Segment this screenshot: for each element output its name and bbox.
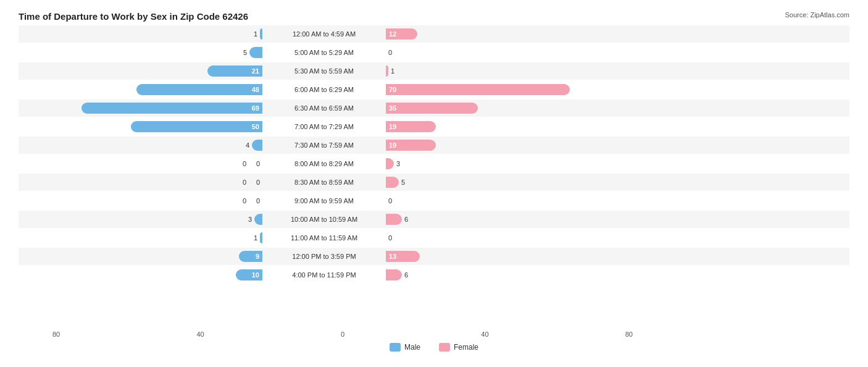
male-bar: 48	[136, 84, 262, 95]
male-value-inside: 21	[252, 67, 262, 75]
bar-left-wrap: 10	[19, 269, 262, 281]
time-label: 5:00 AM to 5:29 AM	[262, 49, 386, 56]
male-value-inside: 69	[252, 104, 262, 112]
female-value-inside: 13	[386, 253, 396, 260]
bar-right-wrap: 0	[386, 197, 630, 205]
bar-right-wrap: 1	[386, 65, 630, 77]
legend-male-box	[390, 343, 401, 352]
time-label: 7:30 AM to 7:59 AM	[262, 141, 386, 149]
chart-row: 912:00 PM to 3:59 PM13	[19, 248, 849, 265]
female-value-inside: 70	[386, 86, 396, 93]
time-label: 6:00 AM to 6:29 AM	[262, 86, 386, 93]
axis-label-80-right: 80	[625, 331, 633, 338]
bar-left-wrap: 5	[19, 47, 262, 58]
female-bar	[386, 158, 394, 169]
bar-left-wrap: 69	[19, 103, 262, 114]
male-bar: 69	[81, 103, 262, 114]
male-value-inside: 9	[256, 253, 262, 260]
time-label: 6:30 AM to 6:59 AM	[262, 104, 386, 112]
male-value-label: 0	[249, 160, 262, 167]
female-value-label: 5	[399, 179, 412, 186]
female-bar: 12	[386, 28, 417, 40]
time-label: 5:30 AM to 5:59 AM	[262, 67, 386, 75]
time-label: 12:00 PM to 3:59 PM	[262, 253, 386, 260]
bar-left-wrap: 00	[19, 179, 262, 186]
male-value-label: 0	[235, 197, 249, 205]
legend-female-label: Female	[454, 343, 478, 352]
male-value-label: 5	[236, 49, 249, 56]
bar-right-wrap: 6	[386, 269, 630, 281]
female-bar: 70	[386, 84, 570, 95]
bar-right-wrap: 70	[386, 84, 630, 95]
bar-right-wrap: 5	[386, 177, 630, 188]
male-value-inside: 50	[252, 123, 262, 130]
legend: Male Female	[19, 343, 849, 352]
bar-right-wrap: 35	[386, 103, 630, 114]
male-bar	[249, 47, 262, 58]
bar-right-wrap: 19	[386, 121, 630, 132]
male-value-label: 0	[249, 197, 262, 205]
time-label: 8:30 AM to 8:59 AM	[262, 179, 386, 186]
male-value-label: 0	[235, 160, 249, 167]
female-value-label: 0	[386, 49, 399, 56]
bar-left-wrap: 00	[19, 160, 262, 167]
female-value-label: 0	[386, 197, 399, 205]
male-bar: 10	[236, 269, 262, 281]
female-bar: 35	[386, 103, 478, 114]
bar-left-wrap: 00	[19, 197, 262, 205]
chart-title: Time of Departure to Work by Sex in Zip …	[19, 11, 849, 22]
legend-male-label: Male	[404, 343, 420, 352]
bar-right-wrap: 13	[386, 251, 630, 262]
chart-row: 215:30 AM to 5:59 AM1	[19, 62, 849, 80]
male-bar	[254, 214, 262, 225]
male-value-label: 1	[246, 30, 260, 38]
axis-label-40-left: 40	[196, 331, 204, 338]
female-bar	[386, 214, 402, 225]
male-value-label: 4	[238, 141, 252, 149]
chart-row: 507:00 AM to 7:29 AM19	[19, 118, 849, 135]
female-bar	[386, 269, 402, 281]
bar-left-wrap: 3	[19, 214, 262, 225]
female-bar: 19	[386, 121, 436, 132]
time-label: 12:00 AM to 4:59 AM	[262, 30, 386, 38]
female-value-label: 6	[402, 271, 415, 279]
chart-row: 008:00 AM to 8:29 AM3	[19, 155, 849, 172]
female-value-inside: 19	[386, 141, 396, 149]
male-value-label: 1	[246, 234, 260, 242]
legend-male: Male	[390, 343, 420, 352]
bar-right-wrap: 19	[386, 140, 630, 151]
axis-row: 80 40 0 40 80	[19, 331, 849, 338]
bar-left-wrap: 21	[19, 65, 262, 77]
female-value-label: 6	[402, 216, 415, 223]
female-value-label: 1	[388, 67, 402, 75]
male-value-inside: 10	[252, 271, 262, 279]
chart-area: 112:00 AM to 4:59 AM1255:00 AM to 5:29 A…	[19, 25, 849, 328]
chart-row: 696:30 AM to 6:59 AM35	[19, 99, 849, 117]
female-value-inside: 19	[386, 123, 396, 130]
bar-right-wrap: 6	[386, 214, 630, 225]
chart-row: 008:30 AM to 8:59 AM5	[19, 174, 849, 191]
female-value-label: 0	[386, 234, 399, 242]
female-value-inside: 35	[386, 104, 396, 112]
axis-label-80-left: 80	[52, 331, 60, 338]
chart-row: 104:00 PM to 11:59 PM6	[19, 266, 849, 284]
male-value-inside: 48	[252, 86, 262, 93]
male-bar	[252, 140, 262, 151]
male-bar	[260, 232, 262, 243]
bar-right-wrap: 12	[386, 28, 630, 40]
chart-container: Time of Departure to Work by Sex in Zip …	[0, 0, 868, 367]
time-label: 4:00 PM to 11:59 PM	[262, 271, 386, 279]
bar-left-wrap: 4	[19, 140, 262, 151]
bar-left-wrap: 1	[19, 232, 262, 243]
time-label: 7:00 AM to 7:29 AM	[262, 123, 386, 130]
bar-left-wrap: 9	[19, 251, 262, 262]
male-value-label: 3	[241, 216, 254, 223]
male-bar: 21	[207, 65, 262, 77]
time-label: 10:00 AM to 10:59 AM	[262, 216, 386, 223]
axis-label-40-right: 40	[481, 331, 488, 338]
female-bar: 13	[386, 251, 420, 262]
male-value-label: 0	[249, 179, 262, 186]
bar-left-wrap: 50	[19, 121, 262, 132]
axis-label-0: 0	[341, 331, 344, 338]
bar-left-wrap: 48	[19, 84, 262, 95]
